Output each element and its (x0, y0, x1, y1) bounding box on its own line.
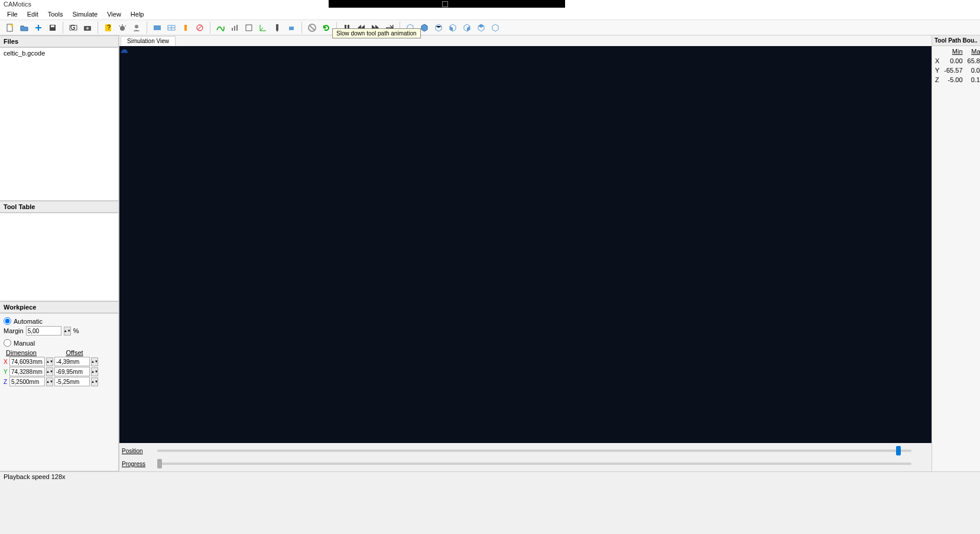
dim-y-spin[interactable]: ▲▼ (46, 367, 53, 376)
bounds-row-y: Y-65.570.00 (933, 66, 980, 74)
show-workpiece-button[interactable] (285, 21, 298, 34)
reload-button[interactable] (320, 21, 333, 34)
bug-button[interactable] (116, 21, 129, 34)
svg-rect-14 (184, 25, 187, 31)
no-icon (195, 23, 205, 32)
help-button[interactable]: ? (102, 21, 115, 34)
wireframe-icon (167, 23, 176, 32)
menu-view[interactable]: View (102, 9, 126, 19)
save-icon (48, 23, 57, 32)
bbox-button[interactable] (242, 21, 255, 34)
axis-y-label: Y (4, 369, 8, 375)
position-slider[interactable] (157, 450, 911, 452)
top-view-button[interactable] (475, 21, 488, 34)
tool-table-list[interactable] (0, 213, 119, 301)
viewport-tabs: Simulation View (119, 35, 932, 46)
folder-open-icon (20, 23, 29, 32)
margin-spinner[interactable]: ▲▼ (64, 327, 71, 336)
position-label: Position (122, 448, 152, 454)
3d-scene-svg (119, 46, 129, 56)
bar-icon (181, 23, 190, 32)
svg-rect-16 (232, 28, 233, 31)
tool-table-header: Tool Table (0, 201, 119, 213)
cube-left-icon (448, 23, 457, 32)
svg-text:?: ? (107, 24, 111, 31)
back-view-button[interactable] (432, 21, 445, 34)
dim-z-input[interactable] (9, 377, 45, 386)
donate-button[interactable] (130, 21, 143, 34)
menu-help[interactable]: Help (126, 9, 149, 19)
progress-label: Progress (122, 461, 152, 467)
file-new-icon (5, 23, 15, 32)
plus-icon (34, 23, 43, 32)
cube-bottom-icon (491, 23, 500, 32)
add-button[interactable] (32, 21, 45, 34)
tab-simulation-view[interactable]: Simulation View (121, 36, 176, 45)
surface-icon (152, 23, 162, 32)
dim-z-spin[interactable]: ▲▼ (46, 377, 53, 386)
right-view-button[interactable] (460, 21, 473, 34)
status-bar: Playback speed 128x (0, 471, 980, 482)
wp-row-x: X ▲▼ ▲▼ (4, 357, 115, 366)
svg-point-1 (11, 24, 13, 27)
off-z-input[interactable] (54, 377, 90, 386)
workpiece-header: Workpiece (0, 301, 119, 313)
progress-slider-row: Progress (122, 457, 929, 470)
off-col-header: Offset (57, 349, 92, 356)
cube-front-icon (420, 23, 429, 32)
margin-input[interactable] (26, 326, 61, 336)
bounds-table: MinMax X0.0065.83 Y-65.570.00 Z-5.000.10 (932, 46, 980, 85)
open-button[interactable] (18, 21, 31, 34)
off-y-input[interactable] (54, 367, 90, 376)
view-hide-button[interactable] (179, 21, 192, 34)
svg-rect-20 (276, 24, 278, 30)
3d-viewport[interactable] (119, 46, 932, 443)
files-list[interactable]: celtic_b.gcode (0, 47, 119, 201)
menu-file[interactable]: File (2, 9, 22, 19)
svg-rect-18 (236, 25, 238, 31)
svg-point-11 (135, 25, 138, 28)
screenshot-button[interactable] (81, 21, 94, 34)
svg-rect-21 (289, 27, 294, 30)
off-y-spin[interactable]: ▲▼ (91, 367, 98, 376)
save-button[interactable] (46, 21, 59, 34)
cube-right-icon (462, 23, 472, 32)
stop-button[interactable] (306, 21, 319, 34)
position-thumb[interactable] (896, 446, 901, 455)
new-project-button[interactable] (4, 21, 17, 34)
dim-y-input[interactable] (9, 367, 45, 376)
progress-thumb[interactable] (157, 459, 162, 468)
bars-icon (230, 23, 239, 32)
menu-simulate[interactable]: Simulate (67, 9, 102, 19)
view-wire-button[interactable] (165, 21, 178, 34)
view-surface-button[interactable] (151, 21, 164, 34)
position-slider-row: Position (122, 444, 929, 457)
menu-edit[interactable]: Edit (22, 9, 43, 19)
off-x-spin[interactable]: ▲▼ (91, 357, 98, 366)
off-x-input[interactable] (54, 357, 90, 366)
toolbar: G ? (0, 20, 980, 35)
off-z-spin[interactable]: ▲▼ (91, 377, 98, 386)
bottom-view-button[interactable] (489, 21, 502, 34)
dim-x-spin[interactable]: ▲▼ (46, 357, 53, 366)
cube-back-icon (434, 23, 443, 32)
margin-unit: % (73, 327, 79, 334)
dim-x-input[interactable] (9, 357, 45, 366)
axes-icon (258, 23, 268, 32)
show-axes-button[interactable] (257, 21, 270, 34)
files-panel-header: Files (0, 35, 119, 47)
view-axes-button[interactable] (193, 21, 206, 34)
file-item[interactable]: celtic_b.gcode (4, 50, 115, 57)
progress-slider[interactable] (157, 463, 911, 465)
automatic-radio[interactable] (4, 317, 11, 325)
left-view-button[interactable] (446, 21, 459, 34)
menu-tools[interactable]: Tools (43, 9, 68, 19)
manual-radio[interactable] (4, 339, 11, 347)
intensity-button[interactable] (228, 21, 241, 34)
show-tool-button[interactable] (271, 21, 284, 34)
bbox-icon (244, 23, 254, 32)
svg-rect-12 (154, 25, 161, 30)
path-toggle-button[interactable] (214, 21, 227, 34)
export-gcode-button[interactable]: G (67, 21, 80, 34)
wp-row-y: Y ▲▼ ▲▼ (4, 367, 115, 376)
